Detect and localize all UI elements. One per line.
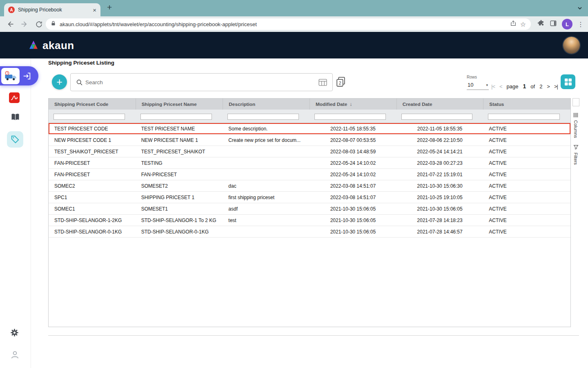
sidebar: [0, 58, 31, 368]
extensions-puzzle-icon[interactable]: [537, 20, 545, 29]
akaun-logo[interactable]: akaun: [28, 39, 74, 52]
sidebar-item-shipping-applet[interactable]: [0, 66, 38, 85]
card-view-button[interactable]: [561, 74, 575, 89]
cell-priceset-name: TESTING: [136, 157, 223, 168]
cell-created-date: 2022-08-06 22:10:50: [396, 135, 483, 146]
column-header-priceset-name[interactable]: Shipping Priceset Name: [136, 99, 223, 110]
cell-status: ACTIVE: [483, 157, 570, 168]
cell-status: ACTIVE: [483, 169, 570, 180]
filter-input-modified-date[interactable]: [314, 114, 386, 120]
add-priceset-button[interactable]: +: [52, 74, 67, 90]
grip-icon: [573, 113, 578, 117]
cell-modified-date: 2022-03-08 14:51:07: [310, 192, 396, 203]
cell-modified-date: 2021-10-30 15:06:05: [310, 215, 396, 226]
column-header-status[interactable]: Status: [483, 99, 570, 110]
table-view-icon[interactable]: [318, 79, 327, 86]
tab-close-icon[interactable]: ×: [93, 7, 96, 13]
cell-created-date: 2021-10-30 15:06:05: [396, 203, 483, 214]
cell-created-date: 2021-10-25 19:10:05: [396, 192, 483, 203]
cell-description: [223, 146, 310, 157]
akaun-logo-icon: [28, 40, 39, 50]
column-header-description[interactable]: Description: [223, 99, 310, 110]
filter-input-status[interactable]: [488, 114, 560, 120]
cell-modified-date: 2021-10-30 15:06:05: [310, 203, 396, 214]
sort-desc-icon[interactable]: ↓: [350, 101, 352, 107]
columns-panel-tab[interactable]: Columns: [573, 110, 578, 141]
browser-tab[interactable]: A Shipping Pricebook ×: [4, 3, 100, 16]
cell-priceset-code: TEST PRICESET CODE: [49, 123, 136, 134]
table-row[interactable]: STD-SHIP-SELANGOR-0-1KG STD-SHIP-SELANGO…: [49, 226, 570, 238]
rows-per-page-select[interactable]: 10 ▾: [467, 80, 489, 90]
table-row[interactable]: TEST PRICESET CODE TEST PRICESET NAME So…: [49, 123, 570, 135]
scrollbar-thumb[interactable]: [572, 98, 579, 106]
filter-input-priceset-code[interactable]: [53, 114, 125, 120]
table-row[interactable]: FAN-PRICESET TESTING 2022-05-24 14:10:02…: [49, 157, 570, 169]
new-tab-button[interactable]: +: [107, 2, 112, 12]
column-header-created-date[interactable]: Created Date: [396, 99, 483, 110]
logo-text: akaun: [42, 39, 74, 52]
cell-description: asdf: [223, 203, 310, 214]
priceset-table: Shipping Priceset Code Shipping Priceset…: [48, 98, 571, 327]
columns-tab-label: Columns: [573, 120, 578, 138]
table-row[interactable]: STD-SHIP-SELANGOR-1-2KG STD-SHIP-SELANGO…: [49, 215, 570, 226]
browser-menu-kebab-icon[interactable]: ⋮: [577, 20, 584, 28]
cell-priceset-name: SOMESET2: [136, 180, 223, 191]
settings-gear-icon[interactable]: [10, 328, 19, 339]
filter-input-created-date[interactable]: [401, 114, 473, 120]
shipping-truck-icon: [1, 68, 20, 84]
filters-tab-label: Filters: [573, 153, 578, 165]
table-row[interactable]: FAN-PRICESET FAN-PRICESET 2022-05-24 14:…: [49, 169, 570, 180]
first-page-button[interactable]: |<: [491, 83, 495, 90]
login-icon: [22, 72, 31, 81]
user-avatar[interactable]: [563, 37, 580, 54]
cell-priceset-name: SHIPPING PRICESET 1: [136, 192, 223, 203]
sidebar-item-pdf-applet[interactable]: [9, 92, 20, 105]
filter-input-description[interactable]: [227, 114, 299, 120]
sidebar-item-book-applet[interactable]: [10, 113, 20, 123]
next-page-button[interactable]: >: [547, 83, 550, 90]
page-total: 2: [539, 83, 542, 90]
filters-panel-tab[interactable]: Filters: [573, 141, 579, 168]
cell-priceset-name: STD-SHIP-SELANGOR-1 To 2 KG: [136, 215, 223, 226]
bookmark-star-icon[interactable]: ☆: [520, 20, 526, 28]
cell-status: ACTIVE: [483, 180, 570, 191]
cell-description: [223, 226, 310, 237]
filter-input-priceset-name[interactable]: [140, 114, 212, 120]
browser-profile-avatar[interactable]: L: [562, 19, 572, 29]
bottom-divider: [48, 335, 579, 336]
share-icon[interactable]: [510, 20, 517, 28]
table-row[interactable]: SPC1 SHIPPING PRICESET 1 first shipping …: [49, 192, 570, 203]
table-row[interactable]: SOMEC2 SOMESET2 dac 2022-03-08 14:51:07 …: [49, 180, 570, 192]
svg-text:2: 2: [339, 81, 341, 85]
url-bar[interactable]: akaun.cloud/#/applets/tnt/wavelet/erp/ac…: [46, 18, 531, 30]
search-input[interactable]: [85, 79, 318, 85]
side-panel-icon[interactable]: [550, 20, 557, 29]
cell-priceset-code: STD-SHIP-SELANGOR-1-2KG: [49, 215, 136, 226]
browser-toolbar: akaun.cloud/#/applets/tnt/wavelet/erp/ac…: [0, 16, 588, 32]
cell-priceset-code: SPC1: [49, 192, 136, 203]
table-row[interactable]: SOMEC1 SOMESET1 asdf 2021-10-30 15:06:05…: [49, 203, 570, 215]
cell-priceset-name: NEW PRICESET NAME 1: [136, 135, 223, 146]
grid-icon: [564, 78, 572, 86]
table-row[interactable]: TEST_SHAIKOT_PRICESET TEST_PRICESET_SHAI…: [49, 146, 570, 157]
profile-person-icon[interactable]: [10, 350, 20, 361]
table-row[interactable]: NEW PRICESET CODE 1 NEW PRICESET NAME 1 …: [49, 135, 570, 146]
cell-status: ACTIVE: [483, 146, 570, 157]
cell-description: [223, 169, 310, 180]
cell-priceset-name: SOMESET1: [136, 203, 223, 214]
forward-icon[interactable]: [20, 20, 29, 29]
last-page-button[interactable]: >|: [554, 83, 558, 90]
column-header-priceset-code[interactable]: Shipping Priceset Code: [49, 99, 136, 110]
sidebar-item-priceset-applet[interactable]: [7, 131, 23, 148]
tab-strip-chevron-icon[interactable]: [577, 5, 583, 13]
funnel-icon: [573, 144, 579, 150]
refresh-icon[interactable]: [34, 20, 43, 29]
column-header-modified-date[interactable]: Modified Date↓: [310, 99, 396, 110]
cell-created-date: 2021-07-28 14:46:57: [396, 226, 483, 237]
cell-priceset-name: FAN-PRICESET: [136, 169, 223, 180]
multi-page-view-icon[interactable]: 2: [336, 76, 346, 89]
cell-description: Create new price set for docum...: [223, 135, 310, 146]
back-icon[interactable]: [6, 20, 15, 29]
rows-label: Rows: [467, 75, 489, 79]
prev-page-button[interactable]: <: [499, 83, 502, 90]
